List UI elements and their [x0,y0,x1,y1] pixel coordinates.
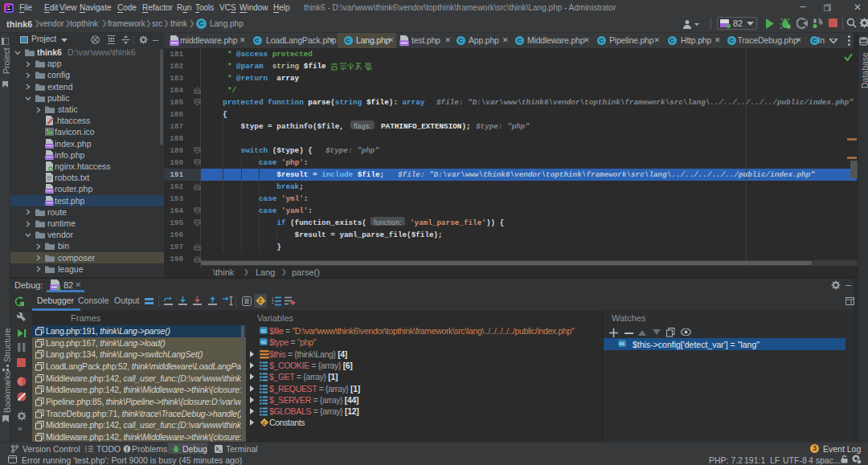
svg-text:c: c [263,420,266,426]
svg-text:2: 2 [272,300,274,304]
svg-text:C: C [259,298,262,304]
